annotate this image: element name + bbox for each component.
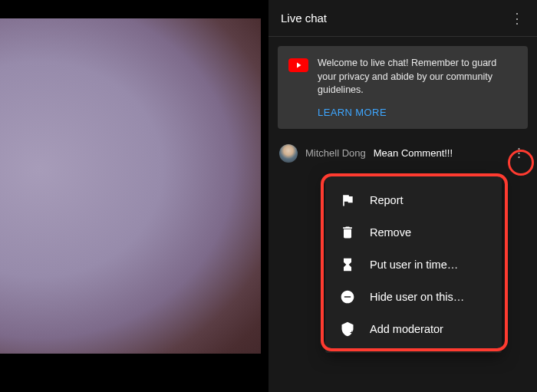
message-context-menu: Report Remove Put user in time… Hide use… — [325, 176, 502, 353]
menu-label: Put user in time… — [370, 259, 458, 271]
menu-item-report[interactable]: Report — [325, 184, 502, 216]
block-icon — [339, 288, 356, 305]
flag-icon — [339, 192, 356, 209]
menu-item-add-moderator[interactable]: + Add moderator — [325, 313, 502, 345]
hourglass-icon — [339, 256, 356, 273]
menu-label: Remove — [370, 226, 411, 239]
welcome-card: Welcome to live chat! Remember to guard … — [278, 46, 528, 129]
svg-text:+: + — [350, 329, 354, 337]
message-options-icon[interactable]: ⋮ — [508, 143, 529, 164]
chat-title: Live chat — [281, 12, 327, 25]
avatar[interactable] — [279, 144, 298, 163]
chat-header: Live chat ⋮ — [268, 0, 537, 37]
menu-label: Hide user on this… — [370, 291, 464, 303]
welcome-text: Welcome to live chat! Remember to guard … — [318, 57, 517, 97]
menu-label: Report — [370, 194, 404, 206]
menu-item-hide-user[interactable]: Hide user on this… — [325, 281, 502, 313]
youtube-icon — [288, 58, 308, 72]
message-author[interactable]: Mitchell Dong — [305, 147, 366, 159]
chat-options-icon[interactable]: ⋮ — [506, 7, 528, 30]
video-player-area[interactable] — [0, 0, 268, 392]
menu-label: Add moderator — [370, 323, 443, 335]
message-text: Mean Comment!!! — [374, 147, 453, 159]
video-canvas — [0, 18, 261, 354]
menu-item-remove[interactable]: Remove — [325, 216, 502, 249]
shield-add-icon: + — [339, 321, 356, 338]
trash-icon — [339, 224, 356, 241]
menu-item-timeout[interactable]: Put user in time… — [325, 249, 502, 281]
learn-more-link[interactable]: LEARN MORE — [318, 107, 517, 118]
chat-message-row: Mitchell Dong Mean Comment!!! ⋮ — [268, 138, 537, 169]
